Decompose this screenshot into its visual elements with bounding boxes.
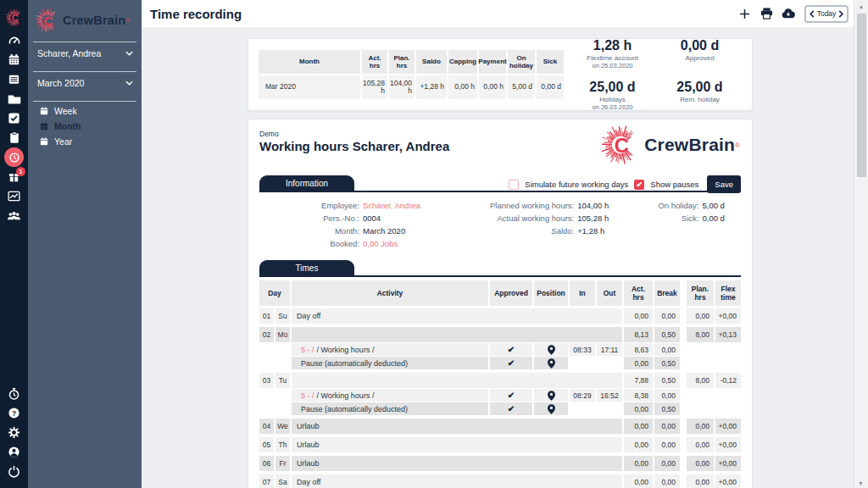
clipboard-icon[interactable] [0,128,28,147]
divider [33,101,136,102]
view-week[interactable]: Week [28,105,142,116]
monthly-summary-card: Month Act. hrs Plan. hrs Saldo Capping P… [248,38,753,111]
times-cell-position [534,357,568,369]
account-icon[interactable] [0,442,28,462]
on-holiday-label: On holiday: [632,201,698,210]
scrollbar-thumb[interactable] [857,14,866,177]
power-icon[interactable] [0,462,28,481]
summary-month[interactable]: Mar 2020 [259,75,360,99]
users-icon[interactable] [0,206,28,225]
summary-saldo: +1,28 h [416,75,447,99]
help-icon[interactable]: ? [0,403,28,423]
today-button[interactable]: Today [817,9,837,18]
dashboard-icon[interactable] [0,30,28,50]
check-square-icon[interactable] [0,108,28,128]
printer-icon [760,8,773,19]
approved-check-icon[interactable]: ✔ [508,359,515,368]
times-cell-position [534,389,568,402]
calendar-icon[interactable] [0,50,28,69]
period-dropdown[interactable]: March 2020 [28,72,142,94]
times-day-row[interactable]: 07SaDay off0,000,000,00+0,00 [259,474,741,488]
position-pin-icon[interactable] [548,358,555,369]
times-cell-act-hrs: 0,00 [624,437,653,452]
times-day-row[interactable]: 02Mo8,130,508,00+0,13 [259,327,741,342]
times-sub-row[interactable]: Pause (automatically deducted)✔0,000,50 [259,402,741,415]
job-link[interactable]: 5 - / [301,391,314,400]
folder-icon[interactable] [0,89,28,108]
crewbrain-logo: C CrewBrain® [600,125,740,165]
times-cell-activity: Day off [292,474,622,488]
employee-dropdown[interactable]: Scharer, Andrea [28,42,142,64]
times-cell-plan-hrs: 8,00 [687,327,714,342]
times-cell-activity: Day off [292,308,622,324]
times-cell-flex-time: -0,12 [715,373,741,388]
chevron-right-icon[interactable] [838,10,843,18]
times-cell-activity: Urlaub [292,419,622,434]
times-day-row[interactable]: 06FrUrlaub0,000,000,00+0,00 [259,456,741,471]
time-recording-clock-icon[interactable] [0,147,28,167]
chevron-down-icon [125,80,133,86]
sidebar-logo: C CrewBrain® [28,6,142,35]
times-cell-out: 16:52 [597,389,622,402]
export-button[interactable] [777,8,799,19]
times-sub-row[interactable]: 5 - // Working hours /✔08:3317:118,630,0… [259,343,741,356]
times-cell-plan-hrs: 0,00 [687,437,714,452]
print-button[interactable] [755,8,777,19]
show-pauses-checkbox[interactable]: ✔ [634,180,644,190]
times-cell-activity: 5 - // Working hours / [292,389,488,402]
scroll-up-arrow[interactable]: ▲ [859,0,865,13]
booked-value[interactable]: 0,00 Jobs [363,239,398,248]
approved-check-icon[interactable]: ✔ [508,391,515,400]
position-pin-icon[interactable] [548,404,555,414]
job-link[interactable]: 5 - / [301,346,314,354]
times-col-position: Position [534,280,568,306]
times-day-row[interactable]: 01SuDay off0,000,000,00+0,00 [259,308,741,324]
times-col-out: Out [597,280,622,306]
approved-check-icon[interactable]: ✔ [508,405,515,413]
approved-check-icon[interactable]: ✔ [508,346,515,354]
times-cell-out: 17:11 [597,343,622,356]
times-day-row[interactable]: 04WeUrlaub0,000,000,00+0,00 [259,419,741,434]
summary-payment: 0,00 h [479,75,506,99]
chart-icon[interactable] [0,186,28,206]
view-month[interactable]: Month [28,120,142,131]
employee-value[interactable]: Scharer, Andrea [363,201,420,210]
times-day-row[interactable]: 03Tu7,880,508,00-0,12 [259,373,741,388]
vertical-scrollbar: ▲ [854,0,868,488]
employee-label: Employee: [259,201,359,210]
times-cell-weekday: Th [275,437,290,452]
view-year[interactable]: Year [28,136,142,147]
position-pin-icon[interactable] [548,391,555,401]
gift-icon[interactable]: 1 [0,167,28,186]
calendar-week-icon [40,107,48,115]
simulate-checkbox[interactable] [509,180,519,190]
brand-mark-icon[interactable]: C [0,4,28,30]
times-sub-row[interactable]: 5 - // Working hours /✔08:2916:528,380,0… [259,389,741,402]
tab-information[interactable]: Information [259,175,354,191]
list-icon[interactable] [0,69,28,89]
times-cell-position [534,402,568,415]
times-cell-position [534,343,568,356]
position-pin-icon[interactable] [548,345,555,355]
times-cell-act-hrs: 0,00 [624,357,653,369]
tab-times[interactable]: Times [259,260,354,275]
times-sub-row[interactable]: Pause (automatically deducted)✔0,000,50 [259,357,741,369]
times-cell-activity: 5 - // Working hours / [292,343,488,356]
add-entry-button[interactable] [733,8,755,19]
times-col-approved: Approved [490,280,532,306]
stopwatch-icon[interactable] [0,384,28,403]
working-hours-card: Demo Working hours Scharer, Andrea C Cre… [248,119,753,488]
times-day-row[interactable]: 05ThUrlaub0,000,000,00+0,00 [259,437,741,452]
times-cell-flex-time: +0,00 [715,308,741,324]
gear-icon[interactable] [0,423,28,442]
save-button[interactable]: Save [707,175,741,193]
scroll-down-arrow[interactable]: ▼ [854,480,868,486]
stat-holidays-value: 25,00 d [569,80,656,95]
times-cell-out [597,402,622,415]
times-cell-approved: ✔ [490,402,532,415]
times-col-break: Break [654,280,680,306]
times-cell-weekday: Su [275,308,290,324]
chevron-left-icon[interactable] [810,10,815,18]
times-cell-plan-hrs: 0,00 [687,474,714,488]
view-year-label: Year [54,136,72,147]
